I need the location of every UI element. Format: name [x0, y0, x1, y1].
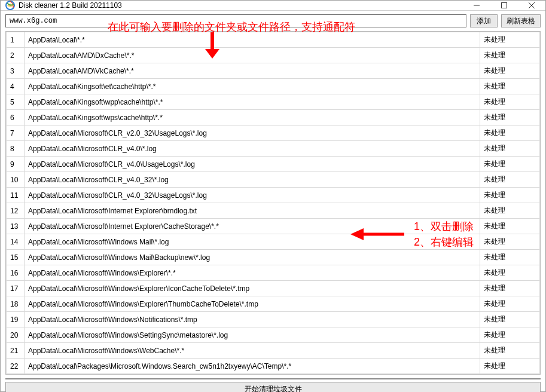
row-status: 未处理	[480, 250, 540, 265]
row-index: 13	[7, 219, 25, 234]
table-row[interactable]: 7AppData\Local\Microsoft\CLR_v2.0_32\Usa…	[7, 125, 540, 141]
row-status: 未处理	[480, 172, 540, 188]
start-clean-button[interactable]: 开始清理垃圾文件	[5, 382, 541, 392]
row-index: 12	[7, 203, 25, 219]
table-row[interactable]: 4AppData\Local\Kingsoft\et\cache\http\*.…	[7, 79, 540, 94]
row-index: 22	[7, 359, 25, 374]
row-index: 17	[7, 281, 25, 296]
paths-table: 1AppData\Local\*.*未处理2AppData\Local\AMD\…	[6, 32, 540, 374]
row-status: 未处理	[480, 48, 540, 63]
row-path: AppData\Local\Microsoft\Windows Mail\*.l…	[25, 234, 480, 250]
table-row[interactable]: 5AppData\Local\Kingsoft\wpp\cache\http\*…	[7, 94, 540, 110]
row-path: AppData\Local\Microsoft\Internet Explore…	[25, 219, 480, 234]
row-path: AppData\Local\Microsoft\CLR_v4.0_32\*.lo…	[25, 172, 480, 188]
table-row[interactable]: 18AppData\Local\Microsoft\Windows\Explor…	[7, 296, 540, 312]
table-row[interactable]: 11AppData\Local\Microsoft\CLR_v4.0_32\Us…	[7, 188, 540, 203]
row-index: 5	[7, 94, 25, 110]
bottom-bar: 开始清理垃圾文件	[1, 381, 545, 392]
row-index: 18	[7, 296, 25, 312]
row-status: 未处理	[480, 281, 540, 296]
row-path: AppData\Local\Microsoft\Windows\Notifica…	[25, 312, 480, 327]
row-index: 9	[7, 157, 25, 172]
table-row[interactable]: 19AppData\Local\Microsoft\Windows\Notifi…	[7, 312, 540, 327]
close-button[interactable]	[518, 1, 545, 10]
row-path: AppData\Local\Microsoft\Windows Mail\Bac…	[25, 250, 480, 265]
progress-bar	[5, 378, 541, 379]
table-row[interactable]: 6AppData\Local\Kingsoft\wps\cache\http\*…	[7, 110, 540, 125]
refresh-button[interactable]: 刷新表格	[501, 14, 541, 27]
row-status: 未处理	[480, 343, 540, 359]
row-index: 21	[7, 343, 25, 359]
path-input[interactable]	[5, 14, 466, 27]
row-status: 未处理	[480, 63, 540, 79]
row-status: 未处理	[480, 79, 540, 94]
row-status: 未处理	[480, 234, 540, 250]
row-index: 19	[7, 312, 25, 327]
table-row[interactable]: 21AppData\Local\Microsoft\Windows\WebCac…	[7, 343, 540, 359]
row-status: 未处理	[480, 265, 540, 281]
row-path: AppData\Local\Microsoft\CLR_v4.0_32\Usag…	[25, 188, 480, 203]
row-path: AppData\Local\AMD\VkCache\*.*	[25, 63, 480, 79]
table-row[interactable]: 15AppData\Local\Microsoft\Windows Mail\B…	[7, 250, 540, 265]
row-status: 未处理	[480, 203, 540, 219]
table-row[interactable]: 13AppData\Local\Microsoft\Internet Explo…	[7, 219, 540, 234]
table-scroll[interactable]: 1AppData\Local\*.*未处理2AppData\Local\AMD\…	[6, 32, 540, 374]
row-index: 11	[7, 188, 25, 203]
table-row[interactable]: 22AppData\Local\Packages\Microsoft.Windo…	[7, 359, 540, 374]
row-status: 未处理	[480, 359, 540, 374]
row-path: AppData\Local\Kingsoft\et\cache\http\*.*	[25, 79, 480, 94]
row-path: AppData\Local\Kingsoft\wps\cache\http\*.…	[25, 110, 480, 125]
table-row[interactable]: 9AppData\Local\Microsoft\CLR_v4.0\UsageL…	[7, 157, 540, 172]
row-status: 未处理	[480, 94, 540, 110]
table-row[interactable]: 20AppData\Local\Microsoft\Windows\Settin…	[7, 327, 540, 343]
table-row[interactable]: 1AppData\Local\*.*未处理	[7, 32, 540, 48]
row-index: 3	[7, 63, 25, 79]
row-path: AppData\Local\Microsoft\Windows\Explorer…	[25, 281, 480, 296]
row-index: 20	[7, 327, 25, 343]
app-icon	[5, 1, 15, 10]
row-path: AppData\Local\Microsoft\Windows\WebCache…	[25, 343, 480, 359]
row-path: AppData\Local\Microsoft\CLR_v2.0_32\Usag…	[25, 125, 480, 141]
row-status: 未处理	[480, 110, 540, 125]
table-row[interactable]: 14AppData\Local\Microsoft\Windows Mail\*…	[7, 234, 540, 250]
row-status: 未处理	[480, 32, 540, 48]
minimize-button[interactable]	[463, 1, 490, 10]
row-path: AppData\Local\Microsoft\Windows\Explorer…	[25, 265, 480, 281]
row-status: 未处理	[480, 157, 540, 172]
table-row[interactable]: 8AppData\Local\Microsoft\CLR_v4.0\*.log未…	[7, 141, 540, 157]
row-index: 16	[7, 265, 25, 281]
row-index: 2	[7, 48, 25, 63]
row-path: AppData\Local\Microsoft\Windows\Explorer…	[25, 296, 480, 312]
toolbar: 添加 刷新表格	[1, 11, 545, 31]
row-path: AppData\Local\Microsoft\CLR_v4.0\UsageLo…	[25, 157, 480, 172]
table-row[interactable]: 10AppData\Local\Microsoft\CLR_v4.0_32\*.…	[7, 172, 540, 188]
row-path: AppData\Local\Kingsoft\wpp\cache\http\*.…	[25, 94, 480, 110]
row-index: 4	[7, 79, 25, 94]
row-path: AppData\Local\Microsoft\Windows\SettingS…	[25, 327, 480, 343]
table-container: 1AppData\Local\*.*未处理2AppData\Local\AMD\…	[5, 31, 541, 375]
row-path: AppData\Local\Packages\Microsoft.Windows…	[25, 359, 480, 374]
row-status: 未处理	[480, 312, 540, 327]
add-button[interactable]: 添加	[470, 14, 498, 27]
table-row[interactable]: 2AppData\Local\AMD\DxCache\*.*未处理	[7, 48, 540, 63]
row-status: 未处理	[480, 219, 540, 234]
table-row[interactable]: 3AppData\Local\AMD\VkCache\*.*未处理	[7, 63, 540, 79]
table-row[interactable]: 17AppData\Local\Microsoft\Windows\Explor…	[7, 281, 540, 296]
window-title: Disk cleaner 1.2 Build 20211103	[19, 1, 463, 10]
row-path: AppData\Local\Microsoft\CLR_v4.0\*.log	[25, 141, 480, 157]
row-index: 10	[7, 172, 25, 188]
table-row[interactable]: 16AppData\Local\Microsoft\Windows\Explor…	[7, 265, 540, 281]
row-path: AppData\Local\AMD\DxCache\*.*	[25, 48, 480, 63]
titlebar: Disk cleaner 1.2 Build 20211103	[1, 1, 545, 11]
table-row[interactable]: 12AppData\Local\Microsoft\Internet Explo…	[7, 203, 540, 219]
maximize-button[interactable]	[490, 1, 518, 10]
row-index: 15	[7, 250, 25, 265]
row-index: 6	[7, 110, 25, 125]
svg-rect-2	[502, 3, 507, 8]
app-window: Disk cleaner 1.2 Build 20211103 添加 刷新表格	[0, 0, 546, 392]
row-path: AppData\Local\Microsoft\Internet Explore…	[25, 203, 480, 219]
row-status: 未处理	[480, 125, 540, 141]
row-index: 14	[7, 234, 25, 250]
row-index: 1	[7, 32, 25, 48]
row-path: AppData\Local\*.*	[25, 32, 480, 48]
